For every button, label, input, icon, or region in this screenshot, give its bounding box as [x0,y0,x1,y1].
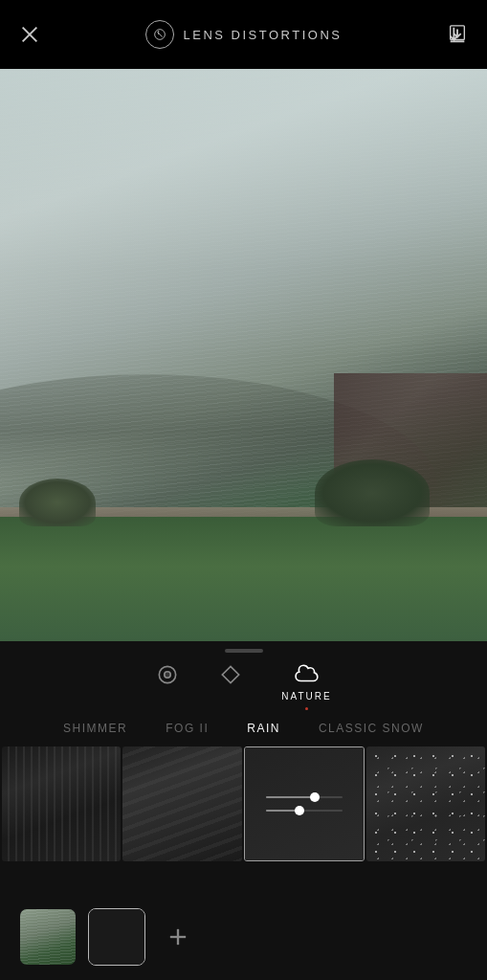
bottom-tray [0,894,487,980]
slider-fill-1 [266,796,316,798]
slider-thumb-2[interactable] [295,806,304,815]
bushes-right [315,459,430,526]
bottom-panel: NATURE SHIMMER FOG II RAIN CLASSIC SNOW [0,641,487,980]
svg-line-3 [157,32,162,36]
category-tabs: NATURE [0,653,487,714]
brand-name: LENS DISTORTIONS [184,28,343,42]
tray-item-landscape[interactable] [19,908,77,966]
logo-icon [145,20,174,49]
landscape-layer [0,373,487,641]
effect-tab-classic-snow[interactable]: CLASSIC SNOW [299,718,443,739]
slider-row-1 [266,795,343,799]
brand-area: LENS DISTORTIONS [145,20,343,49]
grass [0,517,487,641]
category-tab-nature[interactable]: NATURE [281,662,331,710]
mist-overlay [0,69,487,355]
thumb-snow-bg [366,746,485,861]
slider-track-1[interactable] [266,796,343,798]
tray-item-dark-img [89,909,144,965]
svg-marker-10 [223,666,239,682]
add-button[interactable] [157,916,199,958]
slider-thumb-1[interactable] [310,792,320,802]
photo-preview [0,69,487,641]
download-button[interactable] [447,24,468,45]
thumb-rain-bg [245,747,364,860]
nature-tab-label: NATURE [281,691,331,702]
effect-tab-shimmer[interactable]: SHIMMER [44,718,146,739]
thumb-fog-bg [122,746,241,861]
rain-sliders [266,795,343,813]
tray-item-landscape-img [20,909,76,965]
thumb-fog2[interactable] [122,746,241,861]
active-dot [305,707,308,710]
thumb-shimmer-bg [2,746,121,861]
category-tab-diamond[interactable] [218,662,243,710]
category-tab-circle[interactable] [155,662,180,710]
svg-point-9 [165,672,171,679]
thumb-classic-snow[interactable] [366,746,485,861]
top-bar: LENS DISTORTIONS [0,0,487,69]
bushes-left [19,479,96,526]
slider-row-2 [266,809,343,813]
thumbnail-strip [0,746,487,894]
effect-tabs: SHIMMER FOG II RAIN CLASSIC SNOW [0,714,487,746]
thumb-rain[interactable] [244,746,365,861]
thumb-shimmer[interactable] [2,746,121,861]
effect-tab-rain[interactable]: RAIN [228,718,299,739]
close-button[interactable] [19,24,40,45]
effect-tab-fog2[interactable]: FOG II [146,718,228,739]
tray-item-dark[interactable] [88,908,145,966]
slider-track-2[interactable] [266,810,343,812]
